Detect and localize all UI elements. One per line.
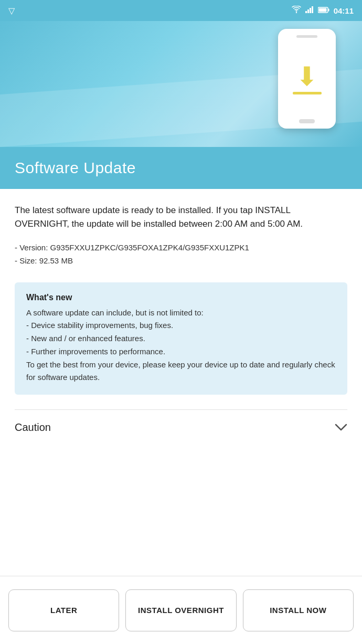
- bottom-buttons: LATER INSTALL OVERNIGHT INSTALL NOW: [0, 576, 362, 644]
- download-line: [293, 92, 322, 94]
- svg-rect-3: [310, 8, 311, 13]
- version-line: - Version: G935FXXU1ZPKC/G935FOXA1ZPK4/G…: [15, 241, 347, 255]
- page-title: Software Update: [15, 159, 136, 177]
- whats-new-text: A software update can include, but is no…: [26, 307, 336, 385]
- battery-icon: [318, 6, 329, 15]
- phone-home-button: [299, 119, 315, 123]
- whats-new-box: What's new A software update can include…: [15, 282, 347, 395]
- later-button[interactable]: LATER: [8, 589, 119, 631]
- whats-new-title: What's new: [26, 293, 336, 302]
- caution-label: Caution: [15, 421, 51, 434]
- description-text: The latest software update is ready to b…: [15, 204, 347, 231]
- caution-row[interactable]: Caution: [15, 409, 347, 439]
- phone-speaker: [296, 35, 317, 38]
- main-content: The latest software update is ready to b…: [0, 189, 362, 576]
- svg-rect-2: [307, 9, 309, 13]
- svg-point-0: [295, 12, 296, 13]
- chevron-down-icon: [335, 420, 347, 434]
- svg-rect-6: [328, 9, 329, 12]
- phone-illustration: ⬇: [278, 29, 336, 129]
- version-info: - Version: G935FXXU1ZPKC/G935FOXA1ZPK4/G…: [15, 241, 347, 268]
- notification-icon: ▽: [8, 6, 15, 16]
- install-now-button[interactable]: INSTALL NOW: [243, 589, 354, 631]
- download-icon: ⬇: [296, 64, 318, 90]
- svg-rect-4: [312, 6, 313, 13]
- status-bar-left: ▽: [8, 6, 15, 16]
- hero-area: ⬇: [0, 0, 362, 147]
- status-bar: ▽ 04:11: [0, 0, 362, 21]
- svg-rect-7: [318, 8, 326, 12]
- svg-rect-1: [305, 11, 307, 13]
- install-overnight-button[interactable]: INSTALL OVERNIGHT: [125, 589, 236, 631]
- status-time: 04:11: [334, 6, 354, 15]
- size-line: - Size: 92.53 MB: [15, 254, 347, 268]
- title-bar: Software Update: [0, 147, 362, 189]
- signal-icon: [305, 6, 314, 15]
- wifi-icon: [292, 6, 301, 15]
